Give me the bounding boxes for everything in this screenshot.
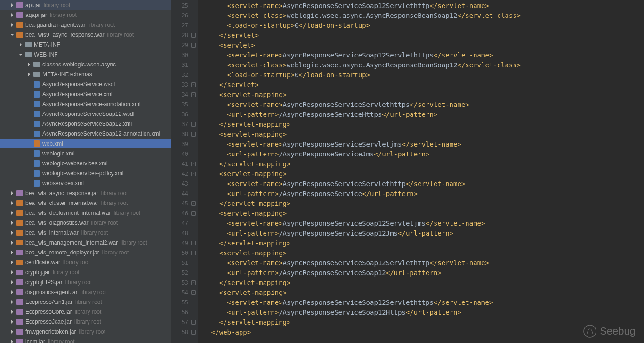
chevron-right-icon[interactable]	[26, 62, 32, 67]
code-line[interactable]: <load-on-startup>0</load-on-startup>	[203, 21, 644, 31]
tree-item-fmwgenerictoken-jar[interactable]: fmwgenerictoken.jarlibrary root	[0, 327, 171, 336]
code-line[interactable]: <url-pattern>/AsyncResponseServiceHttps<…	[203, 110, 644, 120]
tree-item-api-jar[interactable]: api.jarlibrary root	[0, 0, 171, 10]
tree-item-eccpressoasn1-jar[interactable]: EccpressoAsn1.jarlibrary root	[0, 297, 171, 307]
tree-item-cryptoj-jar[interactable]: cryptoj.jarlibrary root	[0, 267, 171, 277]
fold-toggle-icon[interactable]: −	[191, 92, 196, 97]
code-line[interactable]: <url-pattern>/AsyncResponseServiceJms</u…	[203, 149, 644, 159]
code-line[interactable]: <servlet-name>AsyncResponseServiceServle…	[203, 139, 644, 149]
chevron-right-icon[interactable]	[9, 2, 15, 8]
fold-toggle-icon[interactable]: −	[191, 241, 196, 245]
code-line[interactable]: </servlet-mapping>	[203, 199, 644, 209]
code-line[interactable]: <servlet-mapping>	[203, 209, 644, 219]
code-line[interactable]: <servlet-class>weblogic.wsee.async.Async…	[203, 60, 644, 70]
code-line[interactable]: </servlet-mapping>	[203, 278, 644, 288]
tree-item-asyncresponseservicesoap12-xml[interactable]: AsyncResponseServiceSoap12.xml	[0, 119, 171, 129]
chevron-right-icon[interactable]	[9, 329, 15, 335]
code-line[interactable]: </servlet-mapping>	[203, 238, 644, 248]
tree-item-asyncresponseservice-wsdl[interactable]: AsyncResponseService.wsdl	[0, 79, 171, 89]
chevron-right-icon[interactable]	[9, 279, 15, 285]
chevron-right-icon[interactable]	[9, 12, 15, 18]
chevron-right-icon[interactable]	[26, 72, 32, 77]
chevron-right-icon[interactable]	[9, 220, 15, 226]
fold-toggle-icon[interactable]: −	[191, 280, 196, 285]
chevron-right-icon[interactable]	[9, 210, 15, 216]
fold-toggle-icon[interactable]: −	[191, 82, 196, 87]
fold-toggle-icon[interactable]: −	[191, 172, 196, 176]
tree-item-weblogic-webservices-xml[interactable]: weblogic-webservices.xml	[0, 158, 171, 168]
tree-item-icom-jar[interactable]: icom.jarlibrary root	[0, 336, 171, 343]
tree-item-certificate-war[interactable]: certificate.warlibrary root	[0, 257, 171, 267]
code-line[interactable]: <servlet-name>AsyncResponseServiceServle…	[203, 179, 644, 189]
chevron-right-icon[interactable]	[9, 270, 15, 275]
chevron-right-icon[interactable]	[9, 22, 15, 28]
fold-toggle-icon[interactable]: −	[191, 122, 196, 127]
tree-item-eccpressocore-jar[interactable]: EccpressoCore.jarlibrary root	[0, 307, 171, 317]
code-line[interactable]: <load-on-startup>0</load-on-startup>	[203, 70, 644, 80]
chevron-right-icon[interactable]	[9, 260, 15, 265]
tree-item-meta-inf-schemas[interactable]: META-INF.schemas	[0, 69, 171, 79]
chevron-right-icon[interactable]	[9, 230, 15, 236]
tree-item-bea-wls-internal-war[interactable]: bea_wls_internal.warlibrary root	[0, 228, 171, 237]
code-line[interactable]: <url-pattern>/AsyncResponseService</url-…	[203, 189, 644, 199]
tree-item-web-inf[interactable]: WEB-INF	[0, 49, 171, 59]
tree-item-bea-wls-async-response-jar[interactable]: bea_wls_async_response.jarlibrary root	[0, 188, 171, 198]
tree-item-bea-wls-deployment-internal-war[interactable]: bea_wls_deployment_internal.warlibrary r…	[0, 208, 171, 218]
code-line[interactable]: <url-pattern>/AsyncResponseServiceSoap12…	[203, 308, 644, 318]
code-line[interactable]: <servlet-name>AsyncResponseServiceSoap12…	[203, 1, 644, 11]
tree-item-aqapi-jar[interactable]: aqapi.jarlibrary root	[0, 10, 171, 20]
code-line[interactable]: </servlet-mapping>	[203, 318, 644, 327]
fold-toggle-icon[interactable]: −	[191, 290, 196, 295]
chevron-right-icon[interactable]	[9, 299, 15, 305]
fold-toggle-icon[interactable]: −	[191, 201, 196, 206]
code-line[interactable]: <servlet-class>weblogic.wsee.async.Async…	[203, 11, 644, 21]
chevron-right-icon[interactable]	[9, 309, 15, 315]
tree-item-bea-wls-diagnostics-war[interactable]: bea_wls_diagnostics.warlibrary root	[0, 218, 171, 228]
chevron-right-icon[interactable]	[9, 190, 15, 196]
tree-item-asyncresponseservicesoap12-annotation-xml[interactable]: AsyncResponseServiceSoap12-annotation.xm…	[0, 129, 171, 139]
chevron-right-icon[interactable]	[9, 240, 15, 245]
project-tree[interactable]: api.jarlibrary rootaqapi.jarlibrary root…	[0, 0, 171, 343]
tree-item-weblogic-webservices-policy-xml[interactable]: weblogic-webservices-policy.xml	[0, 168, 171, 178]
chevron-right-icon[interactable]	[9, 200, 15, 206]
chevron-down-icon[interactable]	[9, 32, 15, 38]
tree-item-bea-wls-cluster-internal-war[interactable]: bea_wls_cluster_internal.warlibrary root	[0, 198, 171, 208]
code-editor[interactable]: 25262728−29−30313233−34−353637−38−394041…	[171, 0, 644, 343]
code-area[interactable]: <servlet-name>AsyncResponseServiceSoap12…	[198, 0, 644, 343]
code-line[interactable]: <servlet>	[203, 41, 644, 50]
tree-item-bea-guardian-agent-war[interactable]: bea-guardian-agent.warlibrary root	[0, 20, 171, 30]
code-line[interactable]: <servlet-mapping>	[203, 169, 644, 179]
tree-item-asyncresponseservicesoap12-wsdl[interactable]: AsyncResponseServiceSoap12.wsdl	[0, 109, 171, 119]
chevron-right-icon[interactable]	[9, 339, 15, 343]
chevron-right-icon[interactable]	[9, 250, 15, 255]
tree-item-bea-wls-remote-deployer-jar[interactable]: bea_wls_remote_deployer.jarlibrary root	[0, 247, 171, 257]
code-line[interactable]: <url-pattern>/AsyncResponseServiceSoap12…	[203, 229, 644, 238]
fold-toggle-icon[interactable]: −	[191, 132, 196, 137]
fold-toggle-icon[interactable]: −	[191, 211, 196, 216]
tree-item-webservices-xml[interactable]: webservices.xml	[0, 178, 171, 188]
fold-toggle-icon[interactable]: −	[191, 320, 196, 325]
code-line[interactable]: <servlet-name>AsyncResponseServiceSoap12…	[203, 298, 644, 308]
code-line[interactable]: </web-app>	[203, 327, 644, 337]
code-line[interactable]: <servlet-mapping>	[203, 90, 644, 100]
tree-item-web-xml[interactable]: web.xml	[0, 139, 171, 148]
code-line[interactable]: <servlet-name>AsyncResponseServiceSoap12…	[203, 50, 644, 60]
tree-item-classes-weblogic-wsee-async[interactable]: classes.weblogic.wsee.async	[0, 59, 171, 69]
fold-toggle-icon[interactable]: −	[191, 251, 196, 255]
code-line[interactable]: <servlet-name>AsyncResponseServiceSoap12…	[203, 258, 644, 268]
code-line[interactable]: <url-pattern>/AsyncResponseServiceSoap12…	[203, 268, 644, 278]
tree-item-asyncresponseservice-annotation-xml[interactable]: AsyncResponseService-annotation.xml	[0, 99, 171, 109]
code-line[interactable]: <servlet-mapping>	[203, 248, 644, 258]
code-line[interactable]: </servlet>	[203, 80, 644, 90]
code-line[interactable]: </servlet-mapping>	[203, 120, 644, 130]
fold-toggle-icon[interactable]: −	[191, 43, 196, 48]
fold-toggle-icon[interactable]: −	[191, 162, 196, 166]
tree-item-diagnostics-agent-jar[interactable]: diagnostics-agent.jarlibrary root	[0, 287, 171, 297]
tree-item-bea-wls-management-internal2-war[interactable]: bea_wls_management_internal2.warlibrary …	[0, 237, 171, 247]
chevron-right-icon[interactable]	[9, 289, 15, 295]
tree-item-bea-wls9-async-response-war[interactable]: bea_wls9_async_response.warlibrary root	[0, 30, 171, 40]
tree-item-weblogic-xml[interactable]: weblogic.xml	[0, 148, 171, 158]
chevron-down-icon[interactable]	[18, 52, 24, 57]
tree-item-asyncresponseservice-xml[interactable]: AsyncResponseService.xml	[0, 89, 171, 99]
fold-toggle-icon[interactable]: −	[191, 33, 196, 38]
